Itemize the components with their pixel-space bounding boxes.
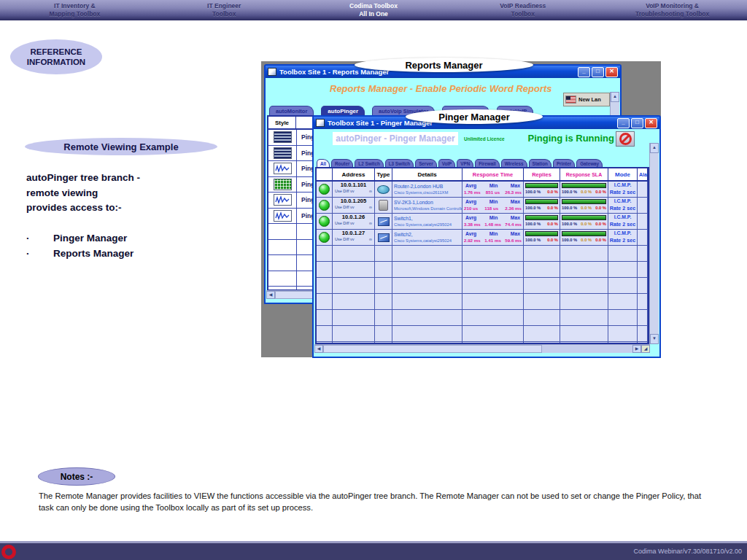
toolbox-app-icon <box>316 119 325 127</box>
scroll-left-arrow[interactable]: ◀ <box>314 345 323 353</box>
tab-printer[interactable]: Printer <box>553 159 575 167</box>
minimize-button[interactable]: _ <box>578 67 590 77</box>
col-response-sla: Response SLA <box>560 168 608 180</box>
pinger-tab-strip: All Router L2 Switch L3 Switch Server Vo… <box>317 156 649 167</box>
nav-tab-codima-toolbox[interactable]: Codima Toolbox All In One <box>299 0 449 20</box>
replies-bar <box>525 215 558 220</box>
device-row-empty <box>317 326 648 342</box>
tab-wireless[interactable]: Wireless <box>501 159 527 167</box>
pinger-table: Address Type Details Response Time Repli… <box>315 167 649 344</box>
reference-information-badge: REFERENCE INFORMATION <box>10 39 102 74</box>
notes-text: The Remote Manager provides facilities t… <box>39 490 714 513</box>
maximize-button[interactable]: □ <box>631 118 643 128</box>
device-row-empty <box>317 278 648 294</box>
col-status <box>317 168 333 180</box>
col-replies: Replies <box>524 168 560 180</box>
resize-grip-icon[interactable]: ◢ <box>641 345 650 353</box>
top-nav: IT Inventory & Mapping Toolbox IT Engine… <box>0 0 747 20</box>
scroll-down-arrow[interactable]: ▼ <box>650 334 659 344</box>
notes-badge: Notes :- <box>38 467 115 486</box>
bars-chart-icon <box>274 147 292 159</box>
pinger-table-header: Address Type Details Response Time Repli… <box>317 168 648 182</box>
scroll-left-arrow[interactable]: ◀ <box>266 291 275 299</box>
pinger-horizontal-scrollbar[interactable]: ◀ ▶ ◢ <box>314 344 650 353</box>
scroll-right-arrow[interactable]: ▶ <box>632 345 641 353</box>
device-row-10-0-1-27[interactable]: 10.0.1.27 Use Diff vv∞ Switch2, Cisco Sy… <box>317 230 648 246</box>
col-type: Type <box>375 168 392 180</box>
sla-bar <box>562 231 606 236</box>
sla-bar <box>562 215 606 220</box>
tab-server[interactable]: Server <box>415 159 437 167</box>
nav-tab-it-engineer[interactable]: IT Engineer Toolbox <box>150 0 299 20</box>
tab-router[interactable]: Router <box>331 159 353 167</box>
new-language-button[interactable]: New Lan <box>563 93 610 106</box>
router-icon <box>377 185 390 194</box>
scrollbar-thumb[interactable] <box>323 345 542 353</box>
device-row-empty <box>317 294 648 310</box>
replies-bar <box>525 183 558 188</box>
col-mode: Mode <box>608 168 638 180</box>
device-row-empty <box>317 246 648 262</box>
bullet-item-reports-manager: · Reports Manager <box>26 246 245 261</box>
pinger-vertical-scrollbar[interactable]: ▲ ▼ <box>649 143 659 344</box>
status-ok-icon <box>319 216 330 227</box>
nav-tab-voip-readiness[interactable]: VoIP Readiness Toolbox <box>448 0 597 20</box>
col-response-time: Response Time <box>462 168 524 180</box>
device-row-10-0-1-101[interactable]: 10.0.1.101 Use Diff vv∞ Router-2,London … <box>317 182 648 198</box>
remote-viewing-example-badge: Remote Viewing Example <box>25 138 217 155</box>
wave-chart-icon <box>274 210 292 222</box>
minimize-button[interactable]: _ <box>617 118 630 128</box>
tab-gateway[interactable]: Gateway <box>576 159 603 167</box>
version-label: Codima Webinar/v7.30/081710/v2.00 <box>634 548 742 555</box>
tab-l3-switch[interactable]: L3 Switch <box>385 159 414 167</box>
sla-bar <box>562 183 606 188</box>
scroll-up-arrow[interactable]: ▲ <box>650 143 659 153</box>
bullet-icon: · <box>26 246 53 261</box>
tab-station[interactable]: Station <box>529 159 551 167</box>
pinger-banner: autoPinger - Pinger Manager <box>333 132 458 145</box>
stop-pinging-button[interactable] <box>616 131 635 147</box>
maximize-button[interactable]: □ <box>592 67 604 77</box>
status-ok-icon <box>319 232 330 243</box>
nav-tab-voip-monitoring[interactable]: VoIP Monitoring & Troubleshooting Toolbo… <box>597 0 747 20</box>
nav-tab-it-inventory[interactable]: IT Inventory & Mapping Toolbox <box>0 0 150 20</box>
tab-all[interactable]: All <box>317 159 330 167</box>
tab-vpn[interactable]: VPN <box>457 159 473 167</box>
pinger-manager-callout: Pinger Manager <box>406 109 543 124</box>
close-button[interactable]: ✕ <box>645 118 657 128</box>
scroll-up-arrow[interactable]: ▲ <box>611 92 619 102</box>
status-ok-icon <box>319 184 330 195</box>
switch-icon <box>378 217 390 226</box>
switch-icon <box>378 233 390 242</box>
tab-l2-switch[interactable]: L2 Switch <box>355 159 383 167</box>
bars-chart-icon <box>274 131 292 143</box>
slide: IT Inventory & Mapping Toolbox IT Engine… <box>0 0 747 560</box>
wave-chart-icon <box>274 194 292 206</box>
tab-automonitor[interactable]: autoMonitor <box>269 106 314 115</box>
bullet-list: · Pinger Manager · Reports Manager <box>26 230 245 261</box>
device-row-empty <box>317 310 648 326</box>
replies-bar <box>525 199 558 204</box>
server-icon <box>379 200 388 211</box>
tab-autopinger[interactable]: autoPinger <box>321 106 365 115</box>
pinger-window-body: autoPinger - Pinger Manager Unlimited Li… <box>314 129 659 354</box>
bullet-item-pinger-manager: · Pinger Manager <box>26 230 245 246</box>
pinger-manager-window: Toolbox Site 1 - Pinger Manager _ □ ✕ au… <box>312 115 661 358</box>
device-row-10-0-1-205[interactable]: 10.0.1.205 Use Diff vv∞ SV-2K3-1,London … <box>317 198 648 214</box>
toolbox-app-icon <box>268 68 276 76</box>
device-row-10-0-1-26[interactable]: 10.0.1.26 Use Diff vv∞ Switch1, Cisco Sy… <box>317 214 648 230</box>
close-button[interactable]: ✕ <box>605 67 618 77</box>
no-entry-icon <box>619 133 632 145</box>
col-style: Style <box>268 117 296 128</box>
bullet-icon: · <box>26 230 53 246</box>
sla-bar <box>562 199 606 204</box>
grid-chart-icon <box>274 179 292 190</box>
intro-text: autoPinger tree branch - remote viewing … <box>26 171 245 216</box>
col-address: Address <box>333 168 375 180</box>
tab-voip[interactable]: VoIP <box>438 159 456 167</box>
tab-firewall[interactable]: Firewall <box>475 159 499 167</box>
footer-bar: Codima Webinar/v7.30/081710/v2.00 <box>0 543 747 560</box>
status-ok-icon <box>319 200 330 211</box>
col-alarm: Ala <box>638 168 648 180</box>
licence-label: Unlimited Licence <box>464 136 505 141</box>
